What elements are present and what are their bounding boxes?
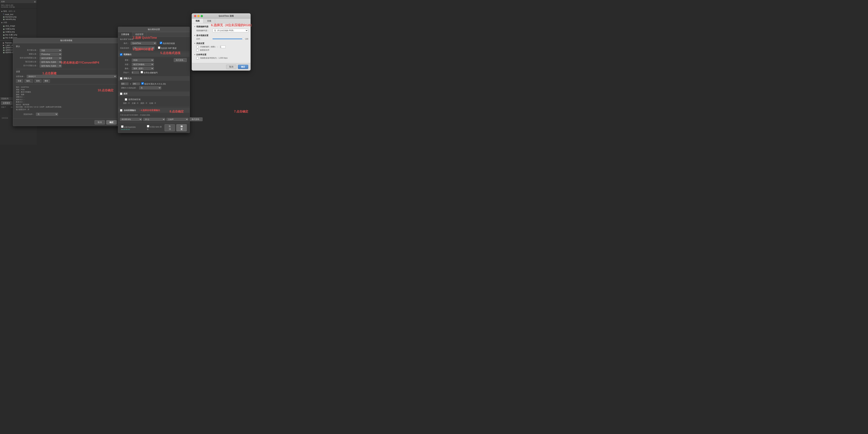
quicktime-titlebar: QuickTime 选项 <box>192 13 250 19</box>
edit-button[interactable]: 编辑... <box>25 79 33 83</box>
pre-render-select[interactable]: 使用 Alpha 无损耗 <box>40 60 62 64</box>
sample-rate-select[interactable]: 48.000 kHz <box>120 118 142 121</box>
image-icon: ▣ <box>3 34 5 36</box>
proxy-label: 影片代理默认值： <box>16 64 38 67</box>
quicktime-title: QuickTime 选项 <box>204 15 248 17</box>
video-codec-section: ▼ 视频编解码器 视频编解码器： 无（8 位未压缩的 RGB） <box>194 25 248 32</box>
color-select[interactable]: 预乘（遮罩） <box>132 67 154 70</box>
image-icon: ▣ <box>3 47 5 49</box>
channel-label: 通道： <box>121 59 130 61</box>
resize-width[interactable] <box>121 83 128 85</box>
movie-default-label: 影片默认值： <box>16 49 38 52</box>
folder-section[interactable]: ▶ 火焰 <box>0 21 37 24</box>
tab-color-management[interactable]: 色彩管理 <box>132 32 147 37</box>
output-depth: 深度：数百万种颜色 <box>16 91 117 93</box>
format-select[interactable]: QuickTime <box>131 42 156 45</box>
qt-ok-button[interactable]: 确定 <box>238 65 248 69</box>
list-item[interactable]: ▣ 头像1q.png <box>0 27 37 30</box>
render-action-select2[interactable]: 无 <box>132 47 155 50</box>
qt-body: ▼ 视频编解码器 视频编解码器： 无（8 位未压缩的 RGB） ▼ 基本视频设置… <box>192 23 250 63</box>
crop-bottom: 底部：0 <box>141 102 147 105</box>
use-region-checkbox[interactable] <box>125 98 127 101</box>
rq-title: 渲染队列 <box>1 97 8 100</box>
codec-select[interactable]: 无（8 位未压缩的 RGB） <box>213 29 248 32</box>
crop-section: 使用目标区域 顶部：0 左侧：0 底部：0 右侧：0 <box>118 96 190 106</box>
output-settings-ok[interactable]: 确定 <box>176 124 187 131</box>
delete-button[interactable]: 删除 <box>43 79 50 83</box>
list-item[interactable]: ▣ 头像2p.png <box>0 30 37 33</box>
search-icon[interactable]: ⊞ <box>34 1 36 3</box>
video-icon: ▶ <box>3 44 4 46</box>
resize-quality-row: 调整大小后的品质： 高 <box>121 86 187 89</box>
render-action-select[interactable]: 无 <box>36 113 58 116</box>
reorder-checkbox[interactable] <box>196 49 199 52</box>
only-alpha-checkbox[interactable] <box>147 125 149 127</box>
tab-video[interactable]: 视频 <box>192 19 204 23</box>
audio-auto-label: 自动音频输出 <box>124 109 136 112</box>
list-item[interactable]: ▣ 未名_image <box>0 25 37 27</box>
render-action-row: 渲染后动作： 无 <box>16 113 117 116</box>
module-name-label: 输出模块"未命名" <box>120 38 134 40</box>
proxy-select[interactable]: 使用 Alpha 无损耗 <box>40 64 62 67</box>
use-comp-frame-checkbox[interactable] <box>141 71 143 74</box>
tab-audio[interactable]: 音频 <box>204 19 215 23</box>
list-item[interactable]: ▣ namehb.png <box>0 18 37 21</box>
start-input[interactable] <box>132 71 139 74</box>
lock-ratio-checkbox[interactable] <box>141 82 144 85</box>
panel-header: 名称 ⊞ <box>0 0 37 3</box>
list-item[interactable]: ▣ keyname.png <box>0 16 37 18</box>
video-output-checkbox[interactable] <box>120 53 122 56</box>
list-item[interactable]: ▣ key-头像1.png <box>0 33 37 36</box>
video-output-section: 通道： RGB 格式选项... 深度： 数百万种颜色 颜色： 预乘（遮罩） 开始… <box>118 57 190 76</box>
quality-row: 品质： 100 <box>194 38 248 40</box>
frame-default-label: 帧默认值： <box>16 53 38 56</box>
tab-main-options[interactable]: 主要选项 <box>118 32 132 37</box>
ok-button[interactable]: 确定 <box>106 120 117 124</box>
keyframe-checkbox[interactable] <box>196 46 199 48</box>
save-all-button[interactable]: 全部保存 <box>1 101 12 105</box>
channel-select[interactable]: RGB <box>132 59 154 62</box>
minimize-button[interactable] <box>197 15 199 17</box>
qt-cancel-button[interactable]: 取消 <box>226 65 237 69</box>
quality-slider[interactable] <box>213 38 244 39</box>
bit-depth-select[interactable]: 16 位 <box>143 118 165 121</box>
cancel-button[interactable]: 取消 <box>95 120 105 124</box>
output-format: 输出：QuickTime <box>16 86 117 88</box>
include-project-checkbox[interactable] <box>160 42 162 44</box>
resize-height[interactable] <box>132 83 140 85</box>
resize-checkbox[interactable] <box>120 77 122 80</box>
new-button[interactable]: 新建 <box>16 79 23 83</box>
quality-label: 品质： <box>196 38 211 40</box>
depth-select[interactable]: 数百万种颜色 <box>132 63 154 66</box>
render-action-label: 渲染后动作： <box>16 113 34 116</box>
close-button[interactable] <box>194 15 196 17</box>
item-list: T mask_text ▣ keyname.png ▣ namehb.png <box>0 13 37 21</box>
footer-checkboxes: 设置开始时间码 00:00:00:00 仅渲染 Alpha 通道 <box>121 124 163 131</box>
lock-ratio-label: 锁定长宽比为 4:3 (1.33) <box>141 82 166 85</box>
format-options-button[interactable]: 格式选项... <box>174 58 187 62</box>
bitrate-checkbox[interactable] <box>196 57 199 59</box>
output-color: 颜色：预乘 <box>16 93 117 96</box>
maximize-button[interactable] <box>201 15 203 17</box>
frame-default-select[interactable]: Photoshop <box>40 53 62 56</box>
step7-annotation: 7.点击确定 <box>234 110 248 114</box>
audio-auto-checkbox[interactable] <box>120 109 122 112</box>
audio-format-options-button[interactable]: 格式选项... <box>190 117 203 121</box>
project-info: 500 x 500 (1.00) 0,0:04:00, 2.00 fps <box>0 3 37 9</box>
preset-name-select[interactable]: 未命名 4 <box>27 75 117 78</box>
keyframe-value[interactable] <box>220 46 225 48</box>
set-start-time-checkbox[interactable] <box>121 125 123 128</box>
list-item[interactable]: T mask_text <box>0 13 37 16</box>
include-xmp-checkbox[interactable] <box>158 47 160 49</box>
save-preset-select[interactable]: 保存当前预置 <box>40 57 62 60</box>
folder-items: ▣ 未名_image ▣ 头像1q.png ▣ 头像2p.png ▣ key-头… <box>0 24 37 40</box>
output-resize: 调整大小：- <box>16 96 117 98</box>
movie-default-select[interactable]: 无损 <box>40 49 62 52</box>
output-settings-cancel[interactable]: 取消 <box>164 124 175 131</box>
resize-quality-select[interactable]: 高 <box>139 86 161 89</box>
qt-footer: 取消 确定 <box>192 63 250 70</box>
copy-button[interactable]: 复制 <box>34 79 41 83</box>
channels-select[interactable]: 立体声 <box>166 118 189 121</box>
crop-checkbox[interactable] <box>120 92 122 95</box>
advanced-header: ▼ 高级设置 <box>194 42 248 45</box>
